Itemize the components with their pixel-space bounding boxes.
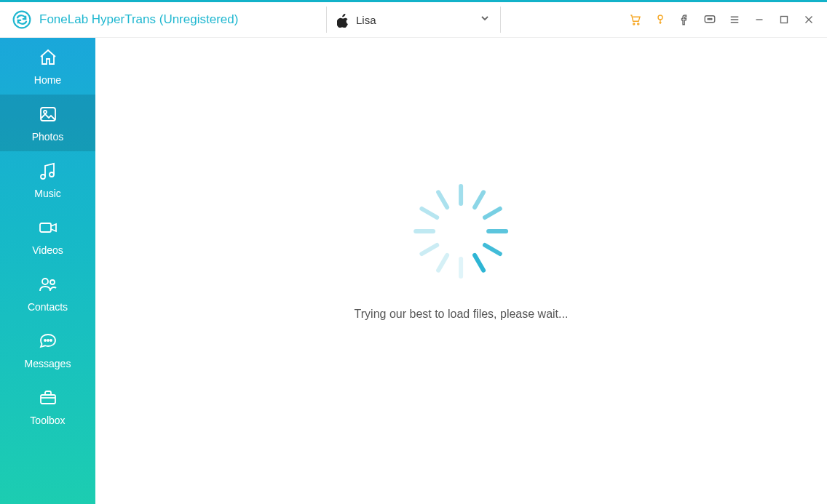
loading-text: Trying our best to load files, please wa… <box>355 308 569 321</box>
maximize-icon[interactable] <box>772 7 796 32</box>
svg-point-2 <box>638 23 639 25</box>
sidebar-item-home[interactable]: Home <box>0 38 95 95</box>
svg-point-10 <box>44 111 47 113</box>
svg-point-11 <box>41 175 45 179</box>
svg-rect-19 <box>41 395 55 404</box>
photos-icon <box>38 104 58 127</box>
sidebar-item-music[interactable]: Music <box>0 151 95 208</box>
app-title: FoneLab HyperTrans (Unregistered) <box>39 12 238 27</box>
chevron-down-icon <box>480 13 490 26</box>
sidebar-item-label: Photos <box>32 131 64 143</box>
svg-point-14 <box>42 279 48 284</box>
svg-rect-9 <box>41 108 55 121</box>
logo-area: FoneLab HyperTrans (Unregistered) <box>0 9 238 30</box>
sidebar-item-label: Music <box>34 188 61 199</box>
svg-point-15 <box>50 280 55 284</box>
sidebar-item-label: Contacts <box>28 301 68 313</box>
home-icon <box>38 47 58 70</box>
sidebar-item-label: Home <box>34 74 61 86</box>
svg-rect-13 <box>40 223 51 232</box>
menu-icon[interactable] <box>722 7 747 32</box>
key-icon[interactable] <box>648 7 673 32</box>
header-actions <box>623 7 827 32</box>
minimize-icon[interactable] <box>747 7 772 32</box>
title-bar: FoneLab HyperTrans (Unregistered) Lisa <box>0 2 827 38</box>
close-icon[interactable] <box>796 7 821 32</box>
device-selector[interactable]: Lisa <box>326 7 501 33</box>
svg-point-1 <box>633 23 635 25</box>
app-logo-icon <box>12 9 32 30</box>
spinner-icon <box>414 184 509 279</box>
svg-point-7 <box>711 19 713 20</box>
sidebar-item-label: Toolbox <box>30 415 65 426</box>
sidebar-item-contacts[interactable]: Contacts <box>0 265 95 321</box>
music-icon <box>38 161 58 183</box>
toolbox-icon <box>38 388 58 410</box>
loading-indicator: Trying our best to load files, please wa… <box>355 184 569 321</box>
sidebar-item-photos[interactable]: Photos <box>0 95 95 151</box>
svg-point-16 <box>44 340 46 341</box>
feedback-icon[interactable] <box>697 7 722 32</box>
main-content: Trying our best to load files, please wa… <box>95 38 827 504</box>
svg-point-12 <box>50 172 54 177</box>
svg-point-5 <box>708 19 709 20</box>
sidebar: Home Photos <box>0 38 95 504</box>
facebook-icon[interactable] <box>673 7 697 32</box>
svg-rect-8 <box>781 17 788 23</box>
body: Home Photos <box>0 38 827 504</box>
svg-point-3 <box>658 15 662 20</box>
sidebar-item-messages[interactable]: Messages <box>0 321 95 378</box>
messages-icon <box>38 331 58 353</box>
sidebar-item-label: Messages <box>25 358 71 369</box>
contacts-icon <box>38 274 58 297</box>
sidebar-item-label: Videos <box>32 244 63 256</box>
apple-icon <box>337 13 349 26</box>
cart-icon[interactable] <box>623 7 648 32</box>
sidebar-item-videos[interactable]: Videos <box>0 208 95 265</box>
sidebar-item-toolbox[interactable]: Toolbox <box>0 378 95 435</box>
svg-point-17 <box>47 340 49 341</box>
svg-point-0 <box>14 12 31 28</box>
app-window: FoneLab HyperTrans (Unregistered) Lisa <box>0 0 827 504</box>
videos-icon <box>38 217 58 240</box>
svg-point-18 <box>50 340 52 341</box>
svg-point-6 <box>709 19 711 20</box>
device-name: Lisa <box>356 14 480 26</box>
